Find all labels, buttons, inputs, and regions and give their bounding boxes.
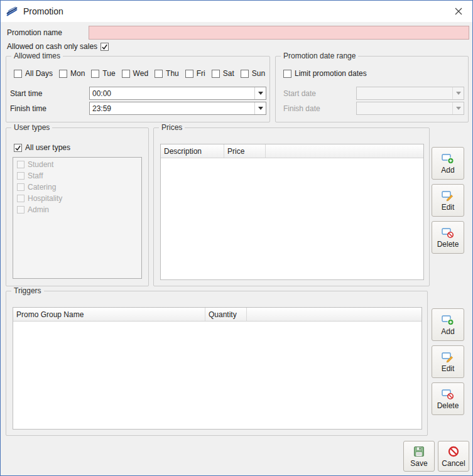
cash-only-row[interactable]: Allowed on cash only sales bbox=[7, 42, 109, 51]
promotion-name-input[interactable] bbox=[89, 26, 469, 40]
cancel-icon bbox=[447, 445, 460, 458]
day-checkbox-mon[interactable]: Mon bbox=[59, 69, 85, 78]
check-icon bbox=[101, 43, 108, 50]
promotion-name-label: Promotion name bbox=[7, 28, 62, 37]
start-time-combobox[interactable]: 00:00 bbox=[89, 87, 266, 100]
all-user-types-checkbox[interactable] bbox=[14, 144, 22, 152]
promotion-dialog: Promotion Promotion name Allowed on cash… bbox=[0, 0, 473, 476]
day-checkbox-wed[interactable]: Wed bbox=[122, 69, 148, 78]
dropdown-arrow-icon bbox=[452, 102, 464, 114]
prices-delete-button[interactable]: Delete bbox=[432, 221, 464, 254]
day-checkbox-sun[interactable]: Sun bbox=[241, 69, 265, 78]
start-date-combobox bbox=[356, 87, 464, 100]
user-type-item-student: Student bbox=[13, 159, 141, 170]
title-bar: Promotion bbox=[1, 1, 472, 22]
edit-icon bbox=[442, 350, 454, 363]
cash-only-checkbox[interactable] bbox=[101, 43, 109, 51]
triggers-table-body[interactable] bbox=[13, 322, 421, 429]
day-checkbox-fri[interactable]: Fri bbox=[185, 69, 205, 78]
column-header-description[interactable]: Description bbox=[161, 144, 224, 158]
limit-dates-label: Limit promotion dates bbox=[295, 69, 367, 78]
start-date-label: Start date bbox=[283, 89, 316, 98]
column-header-promo-group-name[interactable]: Promo Group Name bbox=[13, 308, 205, 321]
dropdown-arrow-icon bbox=[452, 87, 464, 99]
user-types-title: User types bbox=[11, 123, 52, 132]
prices-edit-button[interactable]: Edit bbox=[432, 184, 464, 217]
dropdown-arrow-icon[interactable] bbox=[254, 102, 266, 114]
prices-table-header: Description Price bbox=[161, 144, 423, 158]
triggers-title: Triggers bbox=[11, 286, 44, 295]
day-checkbox-sat[interactable]: Sat bbox=[212, 69, 234, 78]
triggers-table[interactable]: Promo Group Name Quantity bbox=[13, 307, 422, 430]
finish-date-label: Finish date bbox=[283, 104, 320, 113]
all-user-types-row[interactable]: All user types bbox=[14, 143, 70, 152]
start-time-label: Start time bbox=[10, 89, 42, 98]
prices-title: Prices bbox=[159, 123, 185, 132]
save-icon bbox=[413, 445, 425, 458]
column-header-filler bbox=[247, 308, 421, 321]
all-user-types-label: All user types bbox=[25, 143, 70, 152]
prices-group: Prices Description Price bbox=[153, 127, 430, 286]
finish-time-label: Finish time bbox=[10, 104, 46, 113]
window-title: Promotion bbox=[23, 6, 63, 16]
limit-dates-checkbox-row[interactable]: Limit promotion dates bbox=[283, 69, 367, 78]
allowed-times-title: Allowed times bbox=[11, 51, 63, 60]
prices-table[interactable]: Description Price bbox=[160, 144, 424, 280]
add-icon bbox=[442, 152, 454, 165]
edit-icon bbox=[442, 189, 454, 202]
user-types-listbox: Student Staff Catering Hospitality Admin bbox=[13, 157, 142, 279]
app-icon bbox=[6, 5, 18, 18]
triggers-table-header: Promo Group Name Quantity bbox=[13, 308, 421, 322]
user-types-group: User types All user types Student Staff … bbox=[6, 127, 149, 286]
column-header-price[interactable]: Price bbox=[224, 144, 266, 158]
prices-table-body[interactable] bbox=[161, 158, 423, 279]
cancel-button[interactable]: Cancel bbox=[438, 441, 469, 472]
user-type-item-hospitality: Hospitality bbox=[13, 193, 141, 204]
limit-dates-checkbox[interactable] bbox=[283, 70, 291, 78]
delete-icon bbox=[442, 387, 454, 400]
check-icon bbox=[14, 144, 21, 151]
day-checkbox-all-days[interactable]: All Days bbox=[14, 69, 53, 78]
cash-only-label: Allowed on cash only sales bbox=[7, 42, 97, 51]
finish-time-combobox[interactable]: 23:59 bbox=[89, 102, 266, 115]
user-type-item-admin: Admin bbox=[13, 204, 141, 215]
triggers-group: Triggers Promo Group Name Quantity bbox=[6, 291, 428, 436]
triggers-delete-button[interactable]: Delete bbox=[432, 382, 464, 415]
prices-add-button[interactable]: Add bbox=[432, 147, 464, 180]
column-header-filler bbox=[266, 144, 423, 158]
dropdown-arrow-icon[interactable] bbox=[254, 87, 266, 99]
save-button[interactable]: Save bbox=[403, 441, 435, 472]
allowed-times-group: Allowed times All Days Mon Tue Wed Thu F… bbox=[6, 56, 270, 122]
close-icon bbox=[455, 8, 462, 15]
date-range-title: Promotion date range bbox=[281, 51, 358, 60]
user-type-item-staff: Staff bbox=[13, 170, 141, 181]
add-icon bbox=[442, 313, 454, 326]
triggers-add-button[interactable]: Add bbox=[432, 308, 464, 341]
day-checkbox-thu[interactable]: Thu bbox=[155, 69, 179, 78]
triggers-edit-button[interactable]: Edit bbox=[432, 345, 464, 378]
column-header-quantity[interactable]: Quantity bbox=[205, 308, 247, 321]
day-checkbox-tue[interactable]: Tue bbox=[91, 69, 115, 78]
close-button[interactable] bbox=[447, 1, 470, 21]
delete-icon bbox=[442, 226, 454, 239]
date-range-group: Promotion date range Limit promotion dat… bbox=[275, 56, 469, 122]
user-type-item-catering: Catering bbox=[13, 181, 141, 193]
finish-date-combobox bbox=[356, 102, 464, 115]
